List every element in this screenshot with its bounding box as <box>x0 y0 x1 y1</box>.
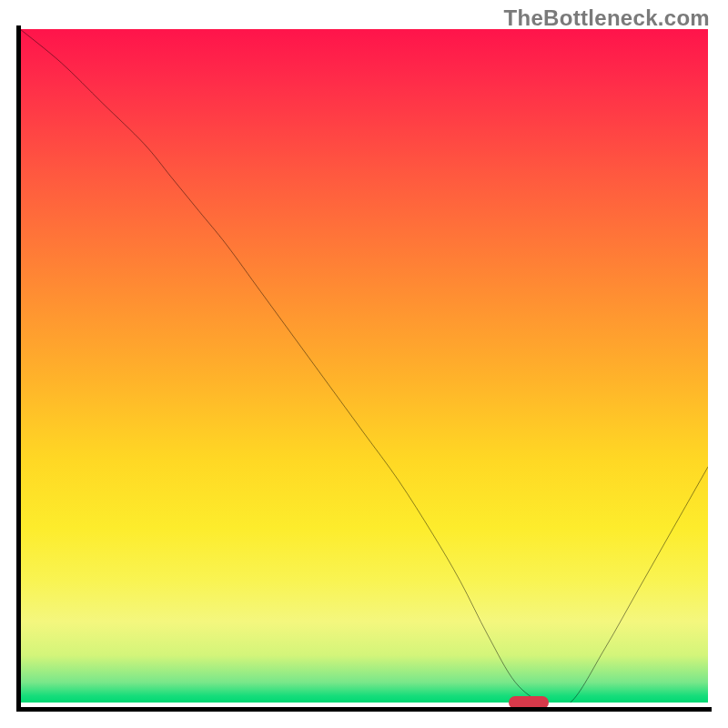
bottleneck-curve <box>20 29 708 703</box>
plot-area <box>16 25 712 712</box>
x-axis <box>16 707 712 712</box>
y-axis <box>16 25 21 712</box>
